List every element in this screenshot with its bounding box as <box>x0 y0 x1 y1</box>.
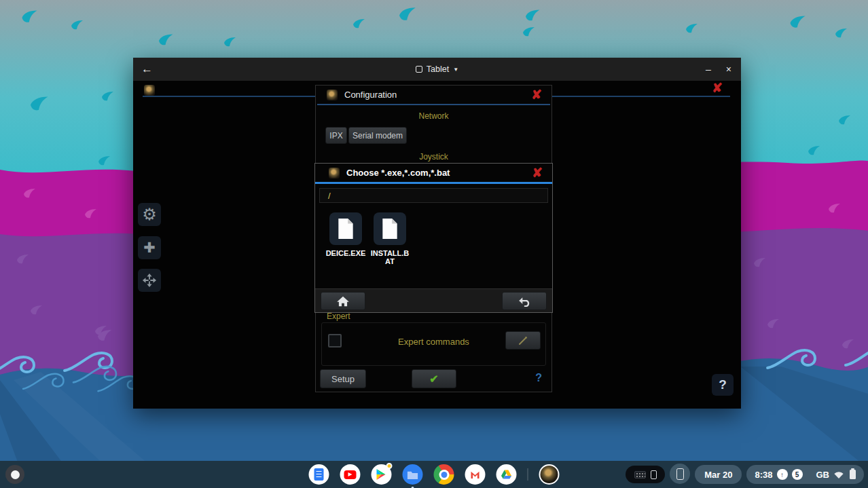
window-help-button[interactable]: ? <box>712 374 734 396</box>
chevron-down-icon: ▼ <box>453 67 458 73</box>
window-mode-button[interactable]: Tablet ▼ <box>416 64 458 74</box>
chooser-dialog-title: Choose *.exe,*.com,*.bat <box>346 168 525 178</box>
file-icon <box>381 218 399 240</box>
undo-arrow-icon <box>517 296 532 307</box>
shelf-app-icons <box>309 464 560 485</box>
dialog-dosbox-icon <box>327 90 338 100</box>
shelf-app-youtube[interactable] <box>340 464 361 485</box>
confirm-button[interactable]: ✔ <box>412 369 456 388</box>
add-button[interactable]: ✚ <box>138 236 161 259</box>
shelf-app-google-drive[interactable] <box>496 464 517 485</box>
expert-section-label: Expert <box>327 312 350 321</box>
green-check-icon: ✔ <box>429 373 438 386</box>
file-item-install[interactable] <box>374 212 406 245</box>
files-icon <box>407 470 419 479</box>
home-button[interactable] <box>321 292 365 310</box>
settings-gear-button[interactable]: ⚙ <box>138 203 161 226</box>
chooser-title-divider <box>315 182 552 184</box>
shelf-app-google-docs[interactable] <box>309 464 329 485</box>
google-docs-icon <box>314 468 324 481</box>
move-button[interactable] <box>138 269 161 292</box>
shelf-app-files[interactable] <box>403 464 423 485</box>
serial-modem-button[interactable]: Serial modem <box>348 127 407 144</box>
minimize-button[interactable]: – <box>706 64 711 75</box>
wand-icon <box>518 335 528 346</box>
gear-icon: ⚙ <box>142 205 157 224</box>
plus-icon: ✚ <box>143 240 156 256</box>
chrome-icon <box>439 470 449 480</box>
config-close-icon[interactable]: ✘ <box>531 88 542 101</box>
clock-label: 8:38 <box>755 470 772 480</box>
expert-edit-button[interactable] <box>505 331 541 350</box>
ipx-button[interactable]: IPX <box>325 127 347 144</box>
shelf-app-gmail[interactable] <box>465 464 486 485</box>
tablet-mode-icon <box>416 66 422 73</box>
chooser-close-icon[interactable]: ✘ <box>532 166 543 179</box>
app-window: ← Tablet ▼ – × ✘ ⚙ ✚ ? <box>133 58 741 409</box>
shelf-app-magic-dosbox[interactable] <box>539 464 560 485</box>
file-name-label: DEICE.EXE <box>324 249 367 257</box>
file-item-deice[interactable] <box>329 212 362 245</box>
status-area-button[interactable]: 8:38 ↑ 5 GB <box>746 465 864 484</box>
file-name-label: INSTALL.BAT <box>368 249 412 265</box>
home-icon <box>336 296 350 307</box>
keyboard-icon <box>634 471 646 478</box>
app-content: ✘ ⚙ ✚ ? Configuration ✘ Network I <box>133 81 741 409</box>
back-undo-button[interactable] <box>502 292 547 310</box>
network-section-label: Network <box>316 111 551 121</box>
calendar-tray-button[interactable]: Mar 20 <box>695 465 742 484</box>
battery-icon <box>850 470 856 479</box>
play-store-icon <box>376 469 387 480</box>
current-path-field[interactable]: / <box>319 188 548 203</box>
window-titlebar: ← Tablet ▼ – × <box>133 58 741 81</box>
file-chooser-dialog: Choose *.exe,*.com,*.bat ✘ / DEICE.EXE <box>314 163 553 313</box>
chromeos-shelf: Mar 20 8:38 ↑ 5 GB <box>0 461 868 488</box>
underlay-close-icon[interactable]: ✘ <box>712 81 723 94</box>
youtube-icon <box>344 470 357 479</box>
move-arrows-icon <box>142 273 157 288</box>
close-button[interactable]: × <box>726 64 731 75</box>
phone-hub-button[interactable] <box>670 464 690 484</box>
window-mode-label: Tablet <box>427 64 449 74</box>
config-dialog-title: Configuration <box>344 90 524 100</box>
device-icon <box>651 470 657 479</box>
shelf-app-play-store[interactable] <box>372 464 392 485</box>
virtual-keyboard-tray-button[interactable] <box>626 466 665 483</box>
play-store-badge <box>386 463 393 469</box>
back-arrow-icon[interactable]: ← <box>141 62 153 76</box>
joystick-section-label: Joystick <box>316 152 551 162</box>
date-label: Mar 20 <box>704 470 732 480</box>
phone-icon <box>676 468 684 480</box>
config-help-button[interactable]: ? <box>535 372 542 384</box>
update-available-icon: ↑ <box>777 469 788 480</box>
chooser-bottom-bar <box>315 288 552 312</box>
setup-button[interactable]: Setup <box>320 369 366 388</box>
launcher-button[interactable] <box>5 465 24 484</box>
shelf-app-chrome[interactable] <box>434 464 454 485</box>
dosbox-app-icon <box>144 85 155 96</box>
question-mark-icon: ? <box>719 377 727 392</box>
keyboard-layout-label: GB <box>816 470 830 480</box>
gmail-icon <box>470 470 481 479</box>
system-tray: Mar 20 8:38 ↑ 5 GB <box>626 465 864 484</box>
notification-count-badge: 5 <box>792 469 803 480</box>
launcher-icon <box>11 470 20 479</box>
config-title-divider <box>317 104 550 105</box>
wifi-icon <box>833 470 844 479</box>
file-icon <box>337 218 355 240</box>
chooser-dosbox-icon <box>329 168 340 179</box>
magic-dosbox-icon <box>541 466 558 483</box>
shelf-separator <box>528 468 528 481</box>
google-drive-icon <box>501 470 512 480</box>
current-path-value: / <box>328 191 331 201</box>
